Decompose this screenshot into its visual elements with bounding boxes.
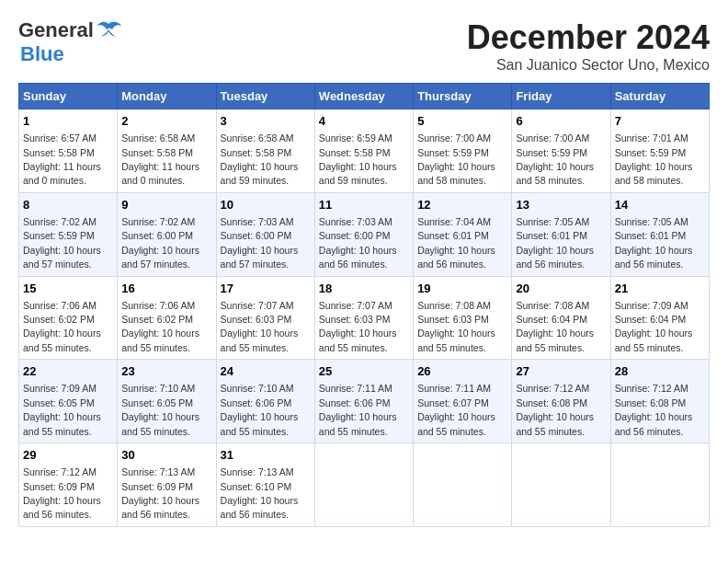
day-info: Sunrise: 7:12 AMSunset: 6:09 PMDaylight:… xyxy=(23,466,101,520)
title-section: December 2024 San Juanico Sector Uno, Me… xyxy=(467,18,710,74)
day-number: 18 xyxy=(319,281,409,297)
day-info: Sunrise: 7:01 AMSunset: 5:59 PMDaylight:… xyxy=(615,132,693,186)
table-row: 5 Sunrise: 7:00 AMSunset: 5:59 PMDayligh… xyxy=(414,109,512,193)
day-number: 24 xyxy=(221,363,311,380)
table-row: 9 Sunrise: 7:02 AMSunset: 6:00 PMDayligh… xyxy=(118,192,216,276)
table-row: 20 Sunrise: 7:08 AMSunset: 6:04 PMDaylig… xyxy=(512,276,610,360)
col-thursday: Thursday xyxy=(414,84,512,109)
day-info: Sunrise: 7:07 AMSunset: 6:03 PMDaylight:… xyxy=(221,300,299,353)
logo-general-text: General xyxy=(18,18,94,42)
day-number: 6 xyxy=(516,113,606,130)
table-row: 6 Sunrise: 7:00 AMSunset: 5:59 PMDayligh… xyxy=(512,109,610,193)
day-info: Sunrise: 6:58 AMSunset: 5:58 PMDaylight:… xyxy=(221,132,299,186)
day-number: 9 xyxy=(121,197,211,213)
month-title: December 2024 xyxy=(467,18,710,57)
table-row: 23 Sunrise: 7:10 AMSunset: 6:05 PMDaylig… xyxy=(118,360,216,443)
day-info: Sunrise: 7:08 AMSunset: 6:03 PMDaylight:… xyxy=(417,300,495,353)
day-number: 26 xyxy=(417,363,507,380)
col-monday: Monday xyxy=(118,84,216,109)
day-number: 5 xyxy=(417,113,507,130)
day-info: Sunrise: 7:03 AMSunset: 6:00 PMDaylight:… xyxy=(319,216,397,270)
table-row: 2 Sunrise: 6:58 AMSunset: 5:58 PMDayligh… xyxy=(118,109,216,193)
table-row: 18 Sunrise: 7:07 AMSunset: 6:03 PMDaylig… xyxy=(314,276,413,360)
day-number: 19 xyxy=(417,281,507,297)
calendar-body: 1 Sunrise: 6:57 AMSunset: 5:58 PMDayligh… xyxy=(19,109,710,527)
day-info: Sunrise: 7:02 AMSunset: 6:00 PMDaylight:… xyxy=(121,216,199,270)
day-number: 29 xyxy=(23,447,113,464)
col-saturday: Saturday xyxy=(610,84,709,109)
day-info: Sunrise: 7:13 AMSunset: 6:10 PMDaylight:… xyxy=(221,466,299,520)
day-number: 23 xyxy=(121,363,211,380)
calendar-header-row: Sunday Monday Tuesday Wednesday Thursday… xyxy=(19,84,710,109)
table-row: 25 Sunrise: 7:11 AMSunset: 6:06 PMDaylig… xyxy=(314,360,413,443)
table-row xyxy=(414,443,512,527)
day-number: 21 xyxy=(615,281,705,297)
day-info: Sunrise: 6:58 AMSunset: 5:58 PMDaylight:… xyxy=(121,132,199,186)
logo-bird-icon xyxy=(96,20,121,40)
table-row: 27 Sunrise: 7:12 AMSunset: 6:08 PMDaylig… xyxy=(512,360,610,443)
day-number: 15 xyxy=(23,281,113,297)
table-row: 10 Sunrise: 7:03 AMSunset: 6:00 PMDaylig… xyxy=(216,192,314,276)
day-number: 20 xyxy=(516,281,606,297)
day-number: 10 xyxy=(221,197,311,213)
table-row: 11 Sunrise: 7:03 AMSunset: 6:00 PMDaylig… xyxy=(314,192,413,276)
day-number: 7 xyxy=(615,113,705,130)
table-row: 12 Sunrise: 7:04 AMSunset: 6:01 PMDaylig… xyxy=(414,192,512,276)
day-info: Sunrise: 7:09 AMSunset: 6:04 PMDaylight:… xyxy=(615,300,693,353)
day-info: Sunrise: 7:06 AMSunset: 6:02 PMDaylight:… xyxy=(23,300,101,353)
table-row: 17 Sunrise: 7:07 AMSunset: 6:03 PMDaylig… xyxy=(216,276,314,360)
day-number: 13 xyxy=(516,197,606,213)
day-number: 27 xyxy=(516,363,606,380)
day-info: Sunrise: 6:59 AMSunset: 5:58 PMDaylight:… xyxy=(319,132,397,186)
table-row: 1 Sunrise: 6:57 AMSunset: 5:58 PMDayligh… xyxy=(19,109,118,193)
day-info: Sunrise: 7:12 AMSunset: 6:08 PMDaylight:… xyxy=(516,383,594,436)
day-number: 28 xyxy=(615,363,705,380)
day-info: Sunrise: 7:05 AMSunset: 6:01 PMDaylight:… xyxy=(516,216,594,270)
day-number: 14 xyxy=(615,197,705,213)
location-title: San Juanico Sector Uno, Mexico xyxy=(467,57,710,74)
day-info: Sunrise: 7:02 AMSunset: 5:59 PMDaylight:… xyxy=(23,216,101,270)
table-row: 8 Sunrise: 7:02 AMSunset: 5:59 PMDayligh… xyxy=(19,192,118,276)
logo: General Blue xyxy=(18,18,121,66)
table-row: 30 Sunrise: 7:13 AMSunset: 6:09 PMDaylig… xyxy=(118,443,216,527)
table-row: 26 Sunrise: 7:11 AMSunset: 6:07 PMDaylig… xyxy=(414,360,512,443)
day-number: 31 xyxy=(221,447,311,464)
table-row: 24 Sunrise: 7:10 AMSunset: 6:06 PMDaylig… xyxy=(216,360,314,443)
day-info: Sunrise: 7:10 AMSunset: 6:05 PMDaylight:… xyxy=(121,383,199,436)
day-info: Sunrise: 7:07 AMSunset: 6:03 PMDaylight:… xyxy=(319,300,397,353)
day-info: Sunrise: 7:00 AMSunset: 5:59 PMDaylight:… xyxy=(516,132,594,186)
day-number: 4 xyxy=(319,113,409,130)
day-info: Sunrise: 7:05 AMSunset: 6:01 PMDaylight:… xyxy=(615,216,693,270)
col-sunday: Sunday xyxy=(19,84,118,109)
day-number: 11 xyxy=(319,197,409,213)
table-row xyxy=(512,443,610,527)
day-info: Sunrise: 7:03 AMSunset: 6:00 PMDaylight:… xyxy=(221,216,299,270)
day-number: 12 xyxy=(417,197,507,213)
day-number: 3 xyxy=(221,113,311,130)
table-row: 22 Sunrise: 7:09 AMSunset: 6:05 PMDaylig… xyxy=(19,360,118,443)
day-info: Sunrise: 7:13 AMSunset: 6:09 PMDaylight:… xyxy=(121,466,199,520)
table-row: 15 Sunrise: 7:06 AMSunset: 6:02 PMDaylig… xyxy=(19,276,118,360)
col-tuesday: Tuesday xyxy=(216,84,314,109)
table-row: 3 Sunrise: 6:58 AMSunset: 5:58 PMDayligh… xyxy=(216,109,314,193)
day-number: 25 xyxy=(319,363,409,380)
table-row: 13 Sunrise: 7:05 AMSunset: 6:01 PMDaylig… xyxy=(512,192,610,276)
day-number: 2 xyxy=(121,113,211,130)
table-row: 29 Sunrise: 7:12 AMSunset: 6:09 PMDaylig… xyxy=(19,443,118,527)
table-row: 4 Sunrise: 6:59 AMSunset: 5:58 PMDayligh… xyxy=(314,109,413,193)
table-row: 7 Sunrise: 7:01 AMSunset: 5:59 PMDayligh… xyxy=(610,109,709,193)
day-number: 17 xyxy=(221,281,311,297)
table-row xyxy=(314,443,413,527)
table-row: 16 Sunrise: 7:06 AMSunset: 6:02 PMDaylig… xyxy=(118,276,216,360)
day-info: Sunrise: 7:10 AMSunset: 6:06 PMDaylight:… xyxy=(221,383,299,436)
day-number: 1 xyxy=(23,113,113,130)
day-info: Sunrise: 7:04 AMSunset: 6:01 PMDaylight:… xyxy=(417,216,495,270)
day-info: Sunrise: 6:57 AMSunset: 5:58 PMDaylight:… xyxy=(23,132,101,186)
day-number: 16 xyxy=(121,281,211,297)
day-info: Sunrise: 7:12 AMSunset: 6:08 PMDaylight:… xyxy=(615,383,693,436)
table-row: 19 Sunrise: 7:08 AMSunset: 6:03 PMDaylig… xyxy=(414,276,512,360)
day-info: Sunrise: 7:11 AMSunset: 6:06 PMDaylight:… xyxy=(319,383,397,436)
day-info: Sunrise: 7:09 AMSunset: 6:05 PMDaylight:… xyxy=(23,383,101,436)
table-row xyxy=(610,443,709,527)
day-info: Sunrise: 7:00 AMSunset: 5:59 PMDaylight:… xyxy=(417,132,495,186)
